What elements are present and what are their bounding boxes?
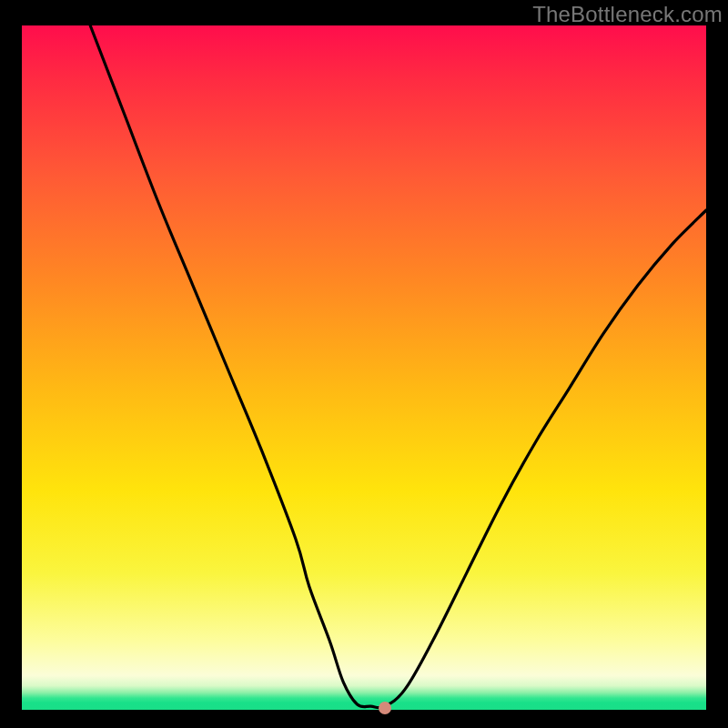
plot-area [22,25,706,710]
optimum-marker [379,702,391,714]
chart-frame: TheBottleneck.com [0,0,728,728]
bottleneck-curve [90,25,706,708]
watermark-text: TheBottleneck.com [532,2,723,27]
curve-svg [22,25,706,710]
